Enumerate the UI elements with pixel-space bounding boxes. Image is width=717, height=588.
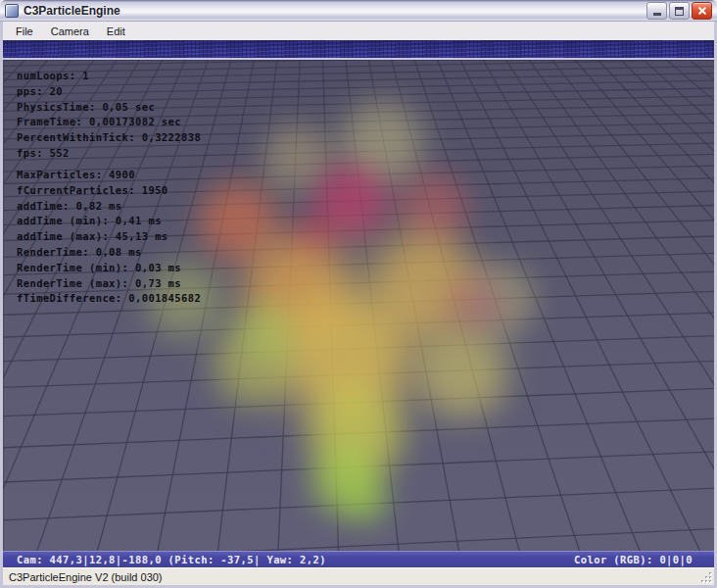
stat-line: MaxParticles: 4900 — [17, 168, 201, 183]
titlebar[interactable]: C3ParticleEngine — [0, 0, 717, 22]
status-text: C3ParticleEngine V2 (build 030) — [9, 571, 163, 583]
app-window: C3ParticleEngine FileCameraEdit numLoops… — [0, 0, 717, 588]
grid-far-band — [3, 40, 714, 58]
menu-bar: FileCameraEdit — [3, 22, 714, 40]
close-button[interactable] — [692, 2, 712, 20]
particle-blob — [155, 128, 547, 520]
maximize-button[interactable] — [669, 2, 690, 20]
resize-grip[interactable] — [700, 571, 713, 584]
color-rgb-text: Color (RGB): 0|0|0 — [574, 554, 693, 565]
stat-line: fTimeDifference: 0,001845682 — [17, 291, 201, 307]
stats-overlay-engine: numLoops: 1pps: 20PhysicsTime: 0,05 secF… — [17, 69, 201, 162]
minimize-button[interactable] — [646, 2, 667, 20]
maximize-icon — [675, 7, 684, 16]
menu-item-camera[interactable]: Camera — [42, 24, 98, 39]
stats-overlay-particles: MaxParticles: 4900fCurrentParticles: 195… — [17, 168, 201, 307]
stat-line: FrameTime: 0,00173082 sec — [17, 115, 201, 130]
stat-line: numLoops: 1 — [17, 69, 201, 84]
stat-line: fps: 552 — [17, 146, 201, 162]
close-icon — [697, 6, 707, 16]
minimize-icon — [653, 13, 661, 16]
window-title: C3ParticleEngine — [19, 4, 646, 18]
stat-line: RenderTime (min): 0,03 ms — [17, 261, 201, 276]
window-controls — [646, 2, 712, 20]
menu-item-edit[interactable]: Edit — [98, 24, 134, 39]
viewport-3d[interactable]: numLoops: 1pps: 20PhysicsTime: 0,05 secF… — [3, 40, 714, 567]
horizon-line — [3, 58, 714, 60]
stat-line: fCurrentParticles: 1950 — [17, 183, 201, 199]
stat-line: addTime (max): 45,13 ms — [17, 229, 201, 245]
camera-position-text: Cam: 447,3|12,8|-188,0 (Pitch: -37,5| Ya… — [17, 554, 326, 565]
camera-info-bar: Cam: 447,3|12,8|-188,0 (Pitch: -37,5| Ya… — [3, 551, 714, 567]
stat-line: addTime: 0,82 ms — [17, 199, 201, 215]
stat-line: pps: 20 — [17, 84, 201, 100]
stat-line: PercentWithinTick: 0,3222838 — [17, 130, 201, 146]
window-body: FileCameraEdit numLoops: 1pps: 20Physics… — [0, 22, 717, 588]
menu-item-file[interactable]: File — [7, 24, 42, 39]
stat-line: RenderTime (max): 0,73 ms — [17, 276, 201, 292]
app-icon[interactable] — [5, 4, 19, 18]
status-bar: C3ParticleEngine V2 (build 030) — [3, 567, 714, 585]
stat-line: PhysicsTime: 0,05 sec — [17, 100, 201, 116]
stat-line: RenderTime: 0,08 ms — [17, 245, 201, 261]
stat-line: addTime (min): 0,41 ms — [17, 214, 201, 229]
